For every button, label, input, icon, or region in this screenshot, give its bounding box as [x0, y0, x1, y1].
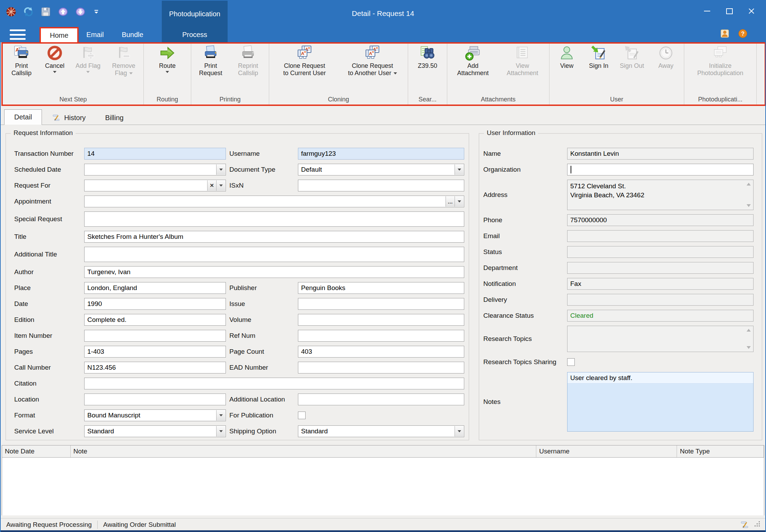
print-request-icon — [203, 45, 219, 61]
button-label: Request — [199, 70, 222, 77]
pages-field[interactable]: 1-403 — [84, 346, 226, 358]
isxn-field[interactable] — [298, 180, 464, 191]
ribbon-group-printing: PrintRequestReprintCallslipPrinting — [191, 44, 269, 105]
place-field[interactable]: London, England — [84, 282, 226, 294]
transaction-number-value: 14 — [87, 150, 95, 157]
date-field[interactable]: 1990 — [84, 298, 226, 310]
organization-field[interactable] — [567, 164, 754, 175]
clear-button[interactable]: ✕ — [207, 180, 216, 191]
z39-50-button[interactable]: Z39.50 — [410, 44, 446, 70]
dropdown-button[interactable] — [455, 164, 464, 175]
minimize-button[interactable] — [696, 1, 718, 21]
request-info-rows: Transaction Number14Usernamefarmguy123Sc… — [14, 148, 469, 437]
column-header-note-type[interactable]: Note Type — [677, 445, 764, 457]
isxn-label: ISxN — [226, 182, 298, 189]
resize-grip[interactable] — [754, 521, 760, 529]
qa-customize-icon[interactable] — [92, 8, 100, 16]
volume-field[interactable] — [298, 314, 464, 326]
document-type-field[interactable]: Default — [298, 164, 464, 175]
browse-button[interactable]: … — [446, 196, 455, 207]
additional-title-field[interactable] — [84, 247, 464, 262]
dropdown-button[interactable] — [216, 180, 225, 191]
dropdown-button[interactable] — [216, 410, 225, 421]
ref-num-field[interactable] — [298, 330, 464, 342]
address-line: 5712 Cleveland St. — [570, 182, 626, 191]
print-callslip-button[interactable]: APrintCallslip — [4, 44, 39, 77]
edition-field[interactable]: Complete ed. — [84, 314, 226, 326]
status-bar: Awaiting Request ProcessingAwaiting Orde… — [1, 518, 765, 531]
ribbon-group-label: Routing — [144, 96, 191, 103]
phone-value: 7570000000 — [570, 216, 607, 224]
hamburger-menu-icon[interactable] — [10, 29, 26, 40]
help-icon[interactable]: ? — [738, 28, 748, 39]
form-row: Organization — [483, 164, 762, 175]
sign-in-button[interactable]: Sign In — [583, 44, 615, 70]
location-field[interactable] — [84, 394, 226, 405]
appointment-field[interactable]: … — [84, 196, 464, 207]
notes-table-body[interactable] — [2, 458, 764, 515]
tab-history[interactable]: History — [42, 111, 95, 125]
route-up-icon[interactable] — [58, 6, 69, 17]
publisher-field[interactable]: Penguin Books — [298, 282, 464, 294]
appointment-label: Appointment — [14, 198, 84, 205]
page-count-field[interactable]: 403 — [298, 346, 464, 358]
button-label: Attachment — [457, 70, 488, 77]
email-field — [567, 230, 754, 242]
column-header-username[interactable]: Username — [536, 445, 677, 457]
presence-icon[interactable] — [720, 28, 730, 39]
tab-bundle[interactable]: Bundle — [113, 27, 152, 42]
research-topics-sharing-checkbox[interactable] — [567, 358, 575, 366]
dropdown-button[interactable] — [455, 426, 464, 436]
clone-request-to-current-user-button[interactable]: AAClone Requestto Current User — [271, 44, 338, 77]
issue-field[interactable] — [298, 298, 464, 310]
tab-process[interactable]: Process — [162, 27, 228, 42]
service-level-field[interactable]: Standard — [84, 425, 226, 437]
tab-email[interactable]: Email — [77, 27, 113, 42]
form-row: AuthorTurgenev, Ivan — [14, 266, 469, 278]
column-header-note[interactable]: Note — [71, 445, 537, 457]
route-button[interactable]: Route — [145, 44, 190, 73]
button-label: Flag — [115, 70, 132, 77]
for-publication-checkbox[interactable] — [298, 412, 306, 419]
ref-num-label: Ref Num — [226, 332, 298, 340]
shipping-option-field[interactable]: Standard — [298, 425, 464, 437]
phone-label: Phone — [483, 216, 567, 224]
tab-billing[interactable]: Billing — [95, 111, 133, 125]
save-icon[interactable] — [40, 6, 51, 17]
tab-detail[interactable]: Detail — [4, 109, 42, 125]
refresh-icon[interactable] — [23, 6, 34, 17]
special-request-field[interactable] — [84, 211, 464, 227]
dropdown-caret-icon — [458, 169, 461, 171]
view-button[interactable]: View — [551, 44, 583, 70]
call-number-field[interactable]: N123.456 — [84, 362, 226, 373]
add-attachment-button[interactable]: AddAttachment — [449, 44, 497, 77]
cancel-button[interactable]: Cancel — [39, 44, 71, 73]
request-information-section: Request Information Transaction Number14… — [6, 133, 469, 440]
clone-request-to-another-user-button[interactable]: AAClone Requestto Another User — [338, 44, 406, 77]
tab-home[interactable]: Home — [41, 28, 77, 42]
maximize-button[interactable] — [718, 1, 740, 21]
address-field: 5712 Cleveland St.Virginia Beach, VA 234… — [567, 180, 754, 210]
dropdown-button[interactable] — [455, 196, 464, 207]
print-request-button[interactable]: PrintRequest — [193, 44, 229, 77]
add-flag-icon — [80, 45, 96, 61]
request-for-field[interactable]: ✕ — [84, 180, 226, 191]
dropdown-button[interactable] — [216, 426, 225, 436]
for-publication-label: For Publication — [226, 412, 298, 419]
volume-label: Volume — [226, 316, 298, 324]
ead-number-field[interactable] — [298, 362, 464, 373]
delivery-label: Delivery — [483, 296, 567, 304]
citation-field[interactable] — [84, 378, 464, 389]
format-field[interactable]: Bound Manuscript — [84, 409, 226, 421]
route-down-icon[interactable] — [75, 6, 86, 17]
additional-location-field[interactable] — [298, 394, 464, 405]
form-row: Department — [483, 262, 762, 274]
title-field[interactable]: Sketches From a Hunter's Album — [84, 231, 464, 243]
close-button[interactable] — [740, 1, 763, 21]
author-field[interactable]: Turgenev, Ivan — [84, 266, 464, 278]
dropdown-button[interactable] — [216, 164, 225, 175]
button-label: Print — [15, 62, 28, 70]
item-number-field[interactable] — [84, 330, 226, 342]
column-header-note-date[interactable]: Note Date — [2, 445, 71, 457]
scheduled-date-field[interactable] — [84, 164, 226, 175]
